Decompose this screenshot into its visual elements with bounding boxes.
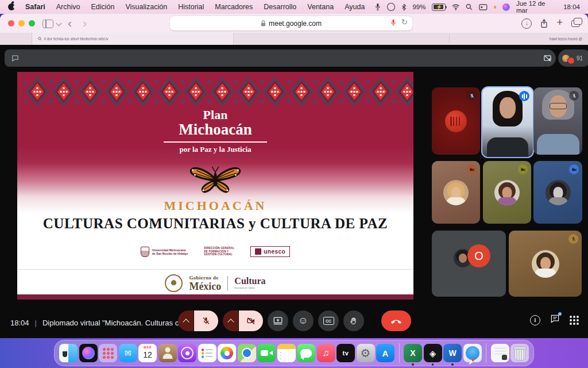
plan-michoacan-heading: Plan Michoacán por la Paz y la Justicia xyxy=(17,109,413,154)
new-tab-icon[interactable]: + xyxy=(556,17,563,29)
cam-options-chevron[interactable] xyxy=(223,310,238,331)
cam-off-icon xyxy=(518,164,528,174)
dock-notes-icon[interactable] xyxy=(277,344,296,362)
window-minimize-button[interactable] xyxy=(18,20,25,26)
window-close-button[interactable] xyxy=(8,20,14,26)
dock-maps-icon[interactable] xyxy=(238,344,256,362)
dock-music-icon[interactable]: ♫ xyxy=(317,344,335,362)
menu-historial[interactable]: Historial xyxy=(178,3,204,11)
dock-finder-icon[interactable] xyxy=(59,344,78,362)
participant-tile-logo[interactable] xyxy=(432,87,480,155)
meeting-details-button[interactable]: i xyxy=(530,315,540,325)
dock-reminders-icon[interactable] xyxy=(198,344,216,362)
participant-tile-active-speaker[interactable] xyxy=(481,86,534,158)
lock-icon xyxy=(261,20,266,26)
participant-tile-group[interactable]: O xyxy=(432,231,506,297)
raise-hand-icon xyxy=(349,316,358,325)
dock-appletv-glyph: tv xyxy=(343,350,349,356)
google-meet-stage: 91 xyxy=(0,45,588,338)
dock-contacts-icon[interactable] xyxy=(158,344,177,362)
menubar-time[interactable]: 18:04 xyxy=(563,3,580,10)
participant-avatar-mini-2 xyxy=(567,57,575,64)
wifi-icon[interactable] xyxy=(452,4,460,10)
active-tab[interactable]: il dor tichda-toc ahurl blvntorhdo wlsi.… xyxy=(32,33,234,45)
raise-hand-button[interactable] xyxy=(343,310,364,331)
participant-tile-avatar-4[interactable] xyxy=(509,231,582,297)
menu-desarrollo[interactable]: Desarrollo xyxy=(264,3,296,11)
captions-icon: CC xyxy=(323,317,334,325)
participant-tile-avatar-2[interactable] xyxy=(483,161,531,224)
gobierno-divider xyxy=(227,276,228,291)
dock-mail-icon[interactable]: ✉ xyxy=(119,344,137,362)
back-button[interactable]: ‹ xyxy=(68,14,72,32)
dock-launchpad-icon[interactable] xyxy=(99,344,117,362)
downloads-icon[interactable]: ↓ xyxy=(521,18,532,29)
present-screen-button[interactable] xyxy=(268,310,288,331)
dock-cube-icon[interactable]: ◈ xyxy=(424,344,442,362)
chat-button[interactable] xyxy=(550,314,560,326)
menubar-mic-icon[interactable] xyxy=(375,3,381,11)
sidebar-toggle-icon[interactable] xyxy=(42,20,53,28)
presentation-off-button[interactable] xyxy=(539,49,556,67)
dock-facetime-icon[interactable] xyxy=(257,344,276,362)
mic-options-chevron[interactable] xyxy=(178,310,194,331)
slide-footer-rule xyxy=(17,269,413,270)
cam-off-button[interactable] xyxy=(239,310,263,331)
share-icon[interactable] xyxy=(540,19,548,28)
mic-off-button[interactable] xyxy=(194,310,218,331)
window-zoom-button[interactable] xyxy=(29,20,35,26)
activities-grid-icon[interactable] xyxy=(570,316,572,318)
participant-tile-avatar-3[interactable] xyxy=(533,161,582,224)
dock-excel-icon[interactable]: X xyxy=(404,344,422,362)
forward-button[interactable]: › xyxy=(83,14,87,32)
presented-slide[interactable]: Plan Michoacán por la Paz y la Justicia … xyxy=(17,72,413,300)
dock-messages-icon[interactable] xyxy=(297,344,315,362)
address-bar[interactable]: meet.google.com ↻ xyxy=(170,16,412,30)
participant-tile-avatar-1[interactable] xyxy=(432,161,480,224)
dock-appletv-icon[interactable]: tv xyxy=(336,344,355,362)
siri-icon[interactable] xyxy=(502,3,510,11)
tab-overview-icon[interactable] xyxy=(571,20,580,27)
more-options-button[interactable]: ⋮ xyxy=(368,310,381,331)
captions-button[interactable]: CC xyxy=(318,310,339,331)
dock-trash-icon[interactable] xyxy=(510,344,529,362)
menu-archivo[interactable]: Archivo xyxy=(56,3,80,11)
menu-edición[interactable]: Edición xyxy=(91,3,114,11)
dock-photos-icon[interactable] xyxy=(218,344,236,362)
dock-safari-icon[interactable] xyxy=(463,344,482,362)
participant-tile-video-2[interactable] xyxy=(533,87,582,155)
battery-icon[interactable]: ⚡ xyxy=(432,3,445,11)
menu-safari[interactable]: Safari xyxy=(25,3,45,11)
meet-top-banner xyxy=(5,49,548,67)
menubar-date[interactable]: Jue 12 de mar xyxy=(516,0,557,14)
menubar-items: SafariArchivoEdiciónVisualizaciónHistori… xyxy=(25,3,365,11)
creative-cloud-icon[interactable] xyxy=(387,3,395,11)
reload-icon[interactable]: ↻ xyxy=(401,17,408,26)
avatar xyxy=(532,250,559,278)
control-center-icon[interactable] xyxy=(479,4,488,10)
reactions-button[interactable]: ☺ xyxy=(293,310,314,331)
dock-calendar-icon[interactable]: MAR12 xyxy=(138,344,157,362)
university-logo: Universidad Michoacana de San Nicolás de… xyxy=(141,247,188,257)
recording-indicator-dot xyxy=(494,6,497,9)
menu-ventana[interactable]: Ventana xyxy=(307,3,334,11)
bluetooth-icon[interactable] xyxy=(401,3,407,11)
menu-visualización[interactable]: Visualización xyxy=(125,3,167,11)
cultura-sub: Secretaría de Cultura xyxy=(234,287,265,289)
apple-logo-icon[interactable] xyxy=(8,3,15,10)
present-screen-icon xyxy=(273,316,283,326)
dock-podcasts-icon[interactable] xyxy=(178,344,196,362)
dock-downloads-doc-icon[interactable] xyxy=(491,344,509,362)
direccion-general-logo: DIRECCIÓN GENERAL DE FORMACIÓN Y GESTIÓN… xyxy=(204,247,234,256)
dock-settings-icon[interactable]: ⚙ xyxy=(357,344,375,362)
menu-marcadores[interactable]: Marcadores xyxy=(215,3,253,11)
university-crest-icon xyxy=(141,247,149,257)
end-call-button[interactable] xyxy=(381,310,411,331)
menu-ayuda[interactable]: Ayuda xyxy=(345,3,365,11)
participants-button[interactable]: 91 xyxy=(558,49,588,67)
dock-appstore-icon[interactable]: A xyxy=(376,344,394,362)
spotlight-search-icon[interactable] xyxy=(466,3,473,10)
dock-siri-icon[interactable] xyxy=(79,344,98,362)
dock-word-icon[interactable]: W xyxy=(443,344,462,362)
sidebar-chevron-icon[interactable] xyxy=(56,21,62,26)
